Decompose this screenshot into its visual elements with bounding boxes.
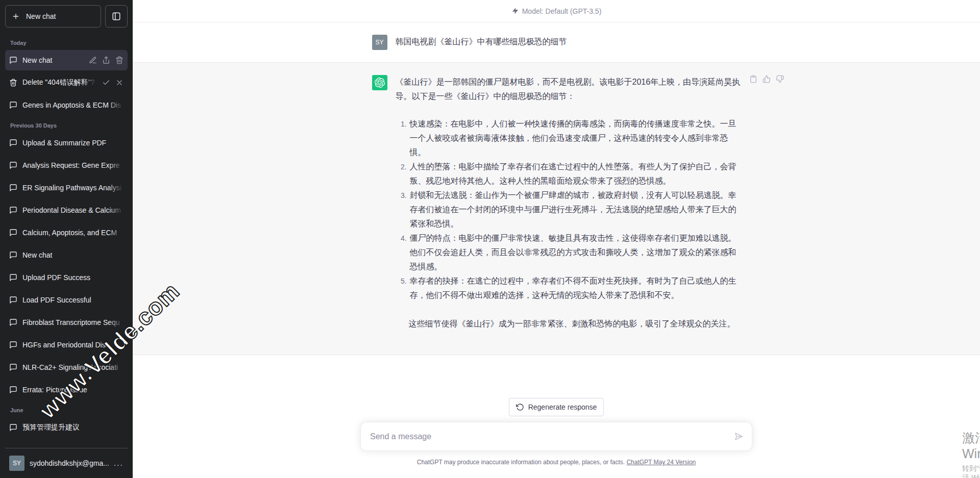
sidebar-item-label: New chat — [22, 56, 84, 64]
sidebar-item-chat[interactable]: Analysis Request: Gene Expre — [5, 155, 128, 175]
footer-text: ChatGPT may produce inaccurate informati… — [417, 459, 627, 466]
thumbs-up-icon[interactable] — [763, 75, 771, 83]
message-actions — [749, 75, 784, 83]
chat-bubble-icon — [9, 363, 17, 371]
sidebar-item-chat[interactable]: Periodontal Disease & Calcium — [5, 200, 128, 220]
regenerate-icon — [516, 403, 524, 411]
openai-logo-icon — [375, 78, 385, 88]
sidebar-item-label: Genes in Apoptosis & ECM Dis — [22, 101, 124, 109]
user-account-row[interactable]: SY sydohdishdkshjx@gma... ... — [5, 452, 128, 474]
sidebar-item-chat[interactable]: New chat — [5, 245, 128, 265]
share-icon[interactable] — [102, 56, 110, 64]
chat-bubble-icon — [9, 229, 17, 237]
chat-bubble-icon — [9, 318, 17, 326]
chat-bubble-icon — [9, 386, 17, 394]
chat-bubble-icon — [9, 423, 17, 432]
sidebar-item-chat[interactable]: Fibroblast Transcriptome Sequ — [5, 312, 128, 333]
chat-bubble-icon — [9, 296, 17, 304]
send-button[interactable] — [730, 430, 745, 444]
assistant-list: 快速感染：在电影中，人们被一种快速传播的病毒感染，而病毒的传播速度非常之快。一旦… — [396, 117, 741, 303]
sidebar-item-label: Analysis Request: Gene Expre — [22, 161, 124, 169]
sidebar-item-chat[interactable]: Calcium, Apoptosis, and ECM — [5, 222, 128, 243]
message-input-box — [360, 422, 752, 451]
chat-bubble-icon — [9, 184, 17, 192]
section-label-june: June — [5, 402, 128, 417]
thumbs-down-icon[interactable] — [776, 75, 784, 83]
sidebar: New chat Today New chat Delete "404错误解释"… — [0, 0, 133, 478]
assistant-avatar — [372, 75, 387, 90]
composer-area: Regenerate response ChatGPT may produce … — [133, 398, 980, 478]
regenerate-label: Regenerate response — [528, 403, 597, 411]
send-icon — [731, 430, 743, 442]
chatgpt-app: New chat Today New chat Delete "404错误解释"… — [0, 0, 980, 478]
sidebar-item-chat[interactable]: Upload PDF Success — [5, 267, 128, 288]
assistant-message-row: 《釜山行》是一部韩国的僵尸题材电影，而不是电视剧。该电影于2016年上映，由导演… — [133, 62, 980, 355]
confirm-check-icon[interactable] — [102, 79, 110, 87]
new-chat-button[interactable]: New chat — [5, 5, 101, 28]
assistant-outro: 这些细节使得《釜山行》成为一部非常紧张、刺激和恐怖的电影，吸引了全球观众的关注。 — [396, 317, 741, 331]
assistant-intro: 《釜山行》是一部韩国的僵尸题材电影，而不是电视剧。该电影于2016年上映，由导演… — [396, 75, 741, 104]
sidebar-item-label: HGFs and Periodontal Dise — [22, 341, 124, 349]
sidebar-item-label: NLR-Ca2+ Signaling Associati — [22, 363, 124, 371]
sidebar-item-label: 预算管理提升建议 — [22, 423, 124, 432]
lightning-bolt-icon — [511, 7, 519, 15]
assistant-list-item: 快速感染：在电影中，人们被一种快速传播的病毒感染，而病毒的传播速度非常之快。一旦… — [409, 117, 741, 160]
user-avatar: SY — [9, 456, 24, 471]
sidebar-item-chat[interactable]: NLR-Ca2+ Signaling Associati — [5, 357, 128, 378]
collapse-sidebar-button[interactable] — [105, 5, 128, 28]
new-chat-label: New chat — [26, 12, 56, 20]
user-message-text: 韩国电视剧《釜山行》中有哪些细思极恐的细节 — [396, 35, 741, 50]
sidebar-item-label: Fibroblast Transcriptome Sequ — [22, 318, 124, 326]
assistant-list-item: 封锁和无法逃脱：釜山作为一个被僵尸肆虐的城市，被政府封锁，没有人可以轻易逃脱。幸… — [409, 188, 741, 231]
chat-bubble-icon — [9, 56, 17, 64]
sidebar-item-chat[interactable]: Load PDF Successful — [5, 290, 128, 310]
sidebar-item-label: Upload PDF Success — [22, 273, 124, 282]
chat-bubble-icon — [9, 139, 17, 147]
chat-history-list: Today New chat Delete "404错误解释"? — [5, 35, 128, 448]
chat-bubble-icon — [9, 273, 17, 282]
sidebar-item-label: Periodontal Disease & Calcium — [22, 206, 124, 214]
sidebar-collapse-icon — [112, 12, 121, 21]
assistant-message-text: 《釜山行》是一部韩国的僵尸题材电影，而不是电视剧。该电影于2016年上映，由导演… — [396, 75, 741, 331]
user-email: sydohdishdkshjx@gma... — [30, 459, 109, 467]
sidebar-item-label: Errata: Picture Issue — [22, 386, 124, 394]
sidebar-item-chat[interactable]: HGFs and Periodontal Dise — [5, 335, 128, 355]
edit-icon[interactable] — [89, 56, 97, 64]
message-input[interactable] — [361, 432, 752, 441]
sidebar-item-label: Upload & Summarize PDF — [22, 139, 124, 147]
chat-bubble-icon — [9, 206, 17, 214]
assistant-list-item: 人性的堕落：电影中描绘了幸存者们在逃亡过程中的人性堕落。有些人为了保护自己，会背… — [409, 160, 741, 188]
sidebar-item-chat[interactable]: 预算管理提升建议 — [5, 417, 128, 438]
section-label-previous-30-days: Previous 30 Days — [5, 117, 128, 133]
trash-icon[interactable] — [115, 56, 124, 64]
assistant-list-item: 幸存者的抉择：在逃亡的过程中，幸存者们不得不面对生死抉择。有时为了自己或他人的生… — [409, 274, 741, 303]
sidebar-item-chat[interactable]: Genes in Apoptosis & ECM Dis — [5, 95, 128, 115]
cancel-x-icon[interactable] — [115, 79, 124, 87]
user-message-avatar: SY — [372, 35, 387, 50]
chat-bubble-icon — [9, 101, 17, 109]
sidebar-item-label: New chat — [22, 251, 124, 259]
sidebar-item-label: Load PDF Successful — [22, 296, 124, 304]
trash-icon — [9, 79, 17, 87]
sidebar-item-chat[interactable]: Errata: Picture Issue — [5, 380, 128, 400]
plus-icon — [12, 12, 20, 20]
copy-icon[interactable] — [749, 75, 757, 83]
regenerate-response-button[interactable]: Regenerate response — [509, 398, 604, 416]
user-menu-icon[interactable]: ... — [114, 459, 124, 468]
user-message-row: SY 韩国电视剧《釜山行》中有哪些细思极恐的细节 — [133, 22, 980, 62]
sidebar-item-label: ER Signaling Pathways Analysi — [22, 184, 124, 192]
main-area: Model: Default (GPT-3.5) SY 韩国电视剧《釜山行》中有… — [133, 0, 980, 478]
sidebar-item-new-chat-active[interactable]: New chat — [5, 50, 128, 70]
version-link[interactable]: ChatGPT May 24 Version — [626, 459, 696, 466]
sidebar-item-chat[interactable]: ER Signaling Pathways Analysi — [5, 178, 128, 198]
model-label: Model: Default (GPT-3.5) — [522, 7, 602, 15]
sidebar-item-chat[interactable]: Upload & Summarize PDF — [5, 133, 128, 153]
chat-bubble-icon — [9, 341, 17, 349]
sidebar-item-delete-confirm[interactable]: Delete "404错误解释"? — [5, 72, 128, 93]
chat-bubble-icon — [9, 161, 17, 169]
footer-disclaimer: ChatGPT may produce inaccurate informati… — [417, 459, 696, 466]
section-label-today: Today — [5, 35, 128, 50]
sidebar-item-label: Delete "404错误解释"? — [22, 78, 97, 87]
assistant-list-item: 僵尸的特点：电影中的僵尸非常快速、敏捷且具有攻击性，这使得幸存者们更加难以逃脱。… — [409, 231, 741, 274]
model-bar: Model: Default (GPT-3.5) — [133, 0, 980, 22]
